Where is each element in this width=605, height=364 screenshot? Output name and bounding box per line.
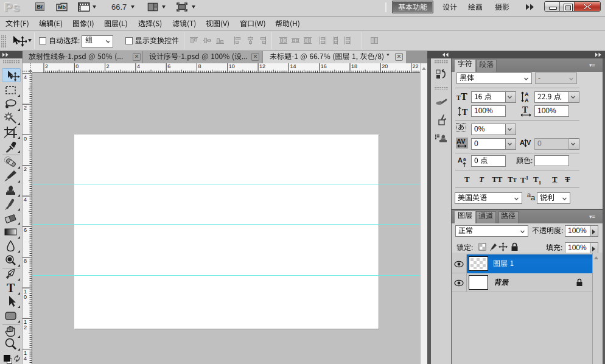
svg-text:A: A: [458, 156, 463, 164]
svg-text:V: V: [526, 139, 531, 146]
svg-text:a: a: [463, 156, 466, 162]
svg-text:18: 18: [351, 63, 357, 69]
svg-text:A: A: [520, 139, 525, 146]
svg-text:22: 22: [413, 63, 419, 69]
svg-text:2: 2: [24, 166, 27, 172]
svg-text:2: 2: [24, 105, 27, 111]
svg-text:4: 4: [24, 74, 27, 80]
svg-text:A: A: [525, 97, 529, 103]
svg-text:16: 16: [321, 63, 327, 69]
svg-text:T: T: [462, 108, 468, 117]
svg-text:6: 6: [167, 63, 170, 69]
svg-text:T: T: [7, 281, 15, 295]
svg-text:2: 2: [45, 63, 48, 69]
svg-text:8: 8: [24, 258, 27, 264]
svg-text:20: 20: [382, 63, 388, 69]
svg-text:6: 6: [24, 227, 27, 233]
svg-text:2: 2: [107, 63, 110, 69]
svg-text:12: 12: [259, 63, 265, 69]
svg-text:4: 4: [137, 63, 140, 69]
svg-text:4: 4: [24, 355, 27, 362]
svg-text:T: T: [461, 91, 467, 102]
svg-text:8: 8: [198, 63, 201, 69]
svg-text:Mb: Mb: [58, 4, 66, 10]
svg-text:0: 0: [75, 63, 79, 69]
svg-text:14: 14: [290, 63, 296, 69]
svg-text:AV: AV: [456, 138, 466, 145]
svg-text:A: A: [525, 91, 529, 97]
svg-text:0: 0: [24, 136, 27, 142]
svg-text:2: 2: [24, 324, 27, 331]
svg-text:0: 0: [24, 294, 27, 300]
svg-text:4: 4: [24, 197, 27, 203]
svg-text:10: 10: [229, 63, 235, 69]
svg-text:T: T: [522, 105, 528, 114]
svg-text:T: T: [456, 94, 461, 101]
